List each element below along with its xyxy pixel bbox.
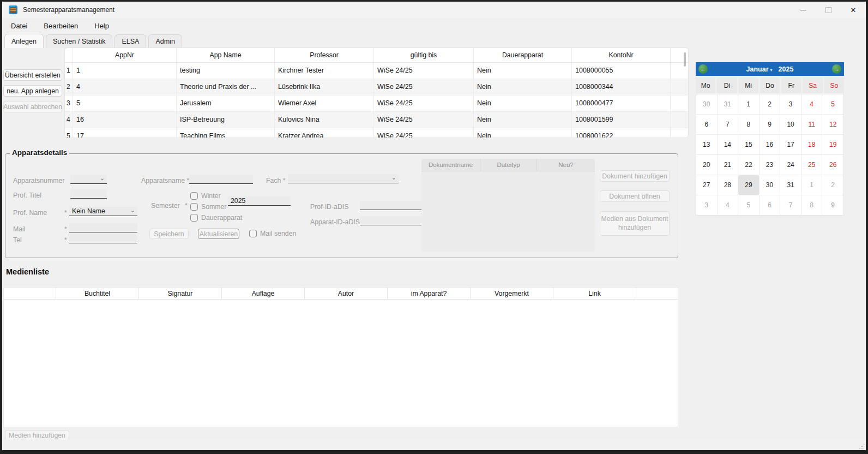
calendar-day[interactable]: 17 — [780, 135, 801, 155]
mail-input[interactable] — [69, 223, 137, 232]
table-row[interactable]: 4 16 ISP-Betreuung Kulovics Nina WiSe 24… — [65, 112, 688, 128]
calendar-day[interactable]: 6 — [696, 115, 718, 135]
calendar-day[interactable]: 2 — [822, 175, 843, 195]
calendar-day[interactable]: 25 — [801, 155, 823, 175]
calendar-day[interactable]: 8 — [801, 195, 823, 215]
col-dauerapparat[interactable]: Dauerapparat — [474, 48, 572, 62]
calendar-title[interactable]: Januar ▾ 2025 — [746, 65, 794, 73]
fach-combobox[interactable]: ⌄ — [288, 174, 399, 183]
minimize-button[interactable] — [791, 2, 816, 18]
col-kontonr[interactable]: KontoNr — [572, 48, 671, 62]
calendar-day[interactable]: 10 — [780, 115, 801, 135]
calendar-day[interactable]: 8 — [738, 115, 760, 135]
calendar-day-selected[interactable]: 29 — [738, 175, 760, 195]
calendar-month[interactable]: Januar — [746, 65, 769, 73]
medien-aus-dokument-button[interactable]: Medien aus Dokument hinzufügen — [600, 211, 670, 236]
table-row[interactable]: 2 4 Theorie und Praxis der ... Lüsebrink… — [65, 79, 688, 95]
dauerapparat-radio[interactable] — [190, 214, 198, 222]
calendar-day[interactable]: 3 — [696, 195, 718, 215]
tab-suchen-statistik[interactable]: Suchen / Statistik — [46, 34, 113, 48]
col-app-name[interactable]: App Name — [177, 48, 275, 62]
semester-year-input[interactable]: 2025 — [228, 196, 291, 206]
calendar-next-button[interactable]: → — [832, 64, 841, 74]
calendar-day[interactable]: 9 — [760, 115, 781, 135]
calendar-day[interactable]: 26 — [822, 155, 843, 175]
prof-titel-input[interactable] — [70, 189, 107, 199]
calendar-day[interactable]: 3 — [780, 94, 801, 115]
menu-bearbeiten[interactable]: Bearbeiten — [44, 22, 78, 30]
table-row[interactable]: 1 1 testing Kirchner Tester WiSe 24/25 N… — [65, 63, 688, 79]
prof-name-combobox[interactable]: Kein Name⌄ — [69, 207, 137, 216]
calendar-day[interactable]: 18 — [801, 135, 823, 155]
calendar-year[interactable]: 2025 — [779, 65, 794, 73]
col-link[interactable]: Link — [553, 288, 636, 299]
calendar-day[interactable]: 5 — [738, 195, 760, 215]
calendar-day[interactable]: 31 — [780, 175, 801, 195]
sommer-radio[interactable] — [190, 203, 198, 211]
mail-senden-checkbox[interactable] — [249, 230, 257, 237]
calendar-day[interactable]: 12 — [822, 115, 843, 135]
close-button[interactable]: ✕ — [841, 2, 866, 18]
speichern-button[interactable]: Speichern — [149, 229, 189, 239]
aktualisieren-button[interactable]: Aktualisieren — [198, 229, 239, 239]
apparatsnummer-combobox[interactable]: ⌄ — [70, 175, 107, 184]
calendar-day[interactable]: 4 — [801, 94, 823, 115]
menu-datei[interactable]: Datei — [11, 22, 27, 30]
calendar-day[interactable]: 16 — [760, 135, 781, 155]
calendar-day[interactable]: 31 — [718, 94, 739, 115]
calendar-day[interactable]: 6 — [760, 195, 781, 215]
col-autor[interactable]: Autor — [305, 288, 388, 299]
maximize-button[interactable] — [816, 2, 841, 18]
col-dokumentname[interactable]: Dokumentname — [421, 159, 480, 171]
calendar-day[interactable]: 19 — [822, 135, 843, 155]
calendar-day[interactable]: 15 — [738, 135, 760, 155]
calendar-day[interactable]: 4 — [718, 195, 739, 215]
calendar-day[interactable]: 21 — [718, 155, 739, 175]
calendar-day[interactable]: 1 — [801, 175, 823, 195]
calendar-day[interactable]: 7 — [780, 195, 801, 215]
apparatsname-input[interactable] — [189, 175, 253, 184]
calendar-day[interactable]: 9 — [822, 195, 843, 215]
col-gueltig-bis[interactable]: gültig bis — [374, 48, 474, 62]
col-vorgemerkt[interactable]: Vorgemerkt — [471, 288, 553, 299]
col-dateityp[interactable]: Dateityp — [480, 159, 537, 171]
col-professor[interactable]: Professor — [275, 48, 374, 62]
calendar-day[interactable]: 20 — [696, 155, 718, 175]
tab-anlegen[interactable]: Anlegen — [4, 34, 44, 48]
col-appnr[interactable]: AppNr — [73, 48, 177, 62]
calendar-day[interactable]: 24 — [780, 155, 801, 175]
table-row[interactable]: 5 17 Teaching Films Kratzer Andrea WiSe … — [65, 128, 688, 138]
calendar-day[interactable]: 13 — [696, 135, 718, 155]
table-row[interactable]: 3 5 Jerusalem Wiemer Axel WiSe 24/25 Nei… — [65, 95, 688, 112]
col-buchtitel[interactable]: Buchtitel — [56, 288, 139, 299]
uebersicht-erstellen-button[interactable]: Übersicht erstellen — [3, 69, 62, 81]
prof-id-adis-input[interactable] — [360, 201, 428, 210]
tab-elsa[interactable]: ELSA — [114, 34, 146, 48]
apparat-id-adis-input[interactable] — [360, 216, 428, 225]
auswahl-abbrechen-button[interactable]: Auswahl abbrechen — [3, 101, 62, 112]
dokument-oeffnen-button[interactable]: Dokument öffnen — [600, 190, 670, 202]
vertical-scrollbar-thumb[interactable] — [684, 52, 686, 67]
calendar-day[interactable]: 30 — [696, 94, 718, 115]
col-auflage[interactable]: Auflage — [222, 288, 305, 299]
calendar-day[interactable]: 14 — [718, 135, 739, 155]
winter-radio[interactable] — [190, 192, 198, 200]
calendar-day[interactable]: 2 — [760, 94, 781, 115]
title-bar[interactable]: Semesterapparatsmanagement ✕ — [2, 2, 866, 18]
neue-app-anlegen-button[interactable]: neu. App anlegen — [3, 85, 62, 97]
calendar-day[interactable]: 7 — [718, 115, 739, 135]
calendar-day[interactable]: 23 — [760, 155, 781, 175]
menu-help[interactable]: Help — [94, 22, 109, 30]
calendar-day[interactable]: 11 — [801, 115, 823, 135]
col-neu[interactable]: Neu? — [537, 159, 595, 171]
tab-admin[interactable]: Admin — [148, 34, 182, 48]
calendar-day[interactable]: 22 — [738, 155, 760, 175]
calendar-day[interactable]: 27 — [696, 175, 718, 195]
calendar-day[interactable]: 1 — [738, 94, 760, 115]
tel-input[interactable] — [69, 234, 137, 243]
calendar-prev-button[interactable]: ← — [698, 64, 708, 74]
resize-grip[interactable] — [859, 443, 864, 449]
dokument-hinzufuegen-button[interactable]: Dokument hinzufügen — [600, 170, 670, 182]
col-im-apparat[interactable]: im Apparat? — [388, 288, 471, 299]
col-signatur[interactable]: Signatur — [139, 288, 222, 299]
